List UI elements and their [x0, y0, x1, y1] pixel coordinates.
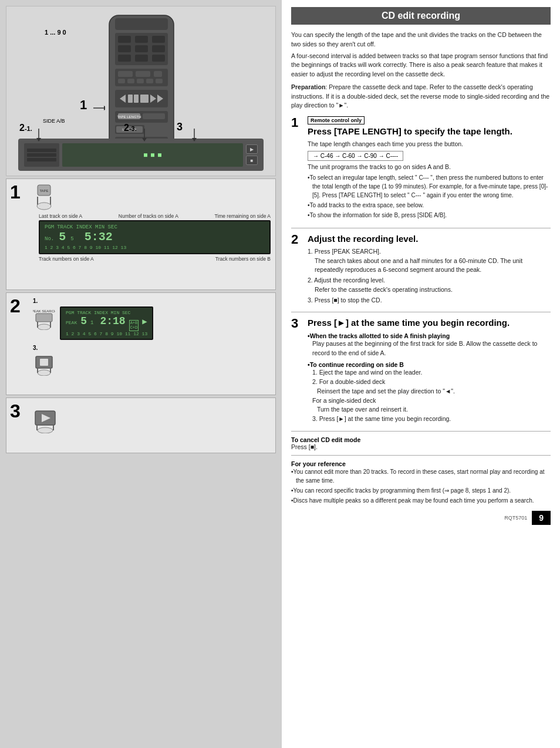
step2-stop-area	[33, 353, 271, 376]
step3-block: 3 Press [►] at the same time you begin r…	[291, 317, 551, 424]
diagram-label-2-1: 2-1.	[19, 123, 32, 133]
step1-right-num: 1	[291, 116, 303, 221]
step2-sub1-label: 1.	[33, 298, 271, 304]
step3-b-5: Turn the tape over and reinsert it.	[308, 405, 551, 415]
divider-4	[291, 455, 551, 456]
intro-para1: You can specify the length of the tape a…	[291, 31, 551, 49]
intro-paragraph: You can specify the length of the tape a…	[291, 31, 551, 110]
lcd-display-1: PGM TRACK INDEX MIN SEC No. 5 5 5:32 1 2…	[39, 220, 271, 254]
svg-rect-25	[140, 95, 149, 103]
svg-rect-6	[118, 45, 131, 52]
display1-no: No.	[45, 236, 54, 242]
divider-2	[291, 312, 551, 312]
arrow-1	[93, 103, 105, 112]
step2-right-num: 2	[291, 233, 303, 305]
time-remaining-label: Time remaining on side A	[214, 213, 271, 219]
svg-rect-15	[154, 71, 162, 77]
step2-sub-0: 1. Press [PEAK SEARCH].	[308, 247, 551, 257]
svg-rect-4	[135, 36, 148, 43]
ref-bullet2: •You can record specific tracks by progr…	[291, 486, 551, 495]
step2-sub3-label: 3.	[33, 345, 271, 351]
svg-point-63	[38, 427, 53, 433]
display1-pgm: PGM	[45, 224, 54, 230]
device-display: ■ ■ ■	[62, 143, 243, 167]
svg-rect-13	[118, 71, 133, 77]
remote-diagram: 1 ... 9 0	[6, 6, 276, 176]
step1-content: Remote control only Press [TAPE LENGTH] …	[308, 116, 551, 221]
cancel-text: Press [■].	[291, 443, 551, 450]
step1-block: 1 Remote control only Press [TAPE LENGTH…	[291, 116, 551, 221]
ref-bullet3: •Discs have multiple peaks so a differen…	[291, 496, 551, 505]
step2-sub-2: 2. Adjust the recording level.	[308, 276, 551, 285]
play-button-icon	[33, 409, 58, 433]
ref-bullet1: •You cannot edit more than 20 tracks. To…	[291, 467, 551, 485]
svg-rect-5	[152, 36, 165, 43]
reference-title: For your reference	[291, 460, 551, 467]
svg-rect-18	[137, 79, 144, 83]
display1-sub5: 5	[70, 236, 73, 242]
right-panel: CD edit recording You can specify the le…	[282, 0, 560, 748]
svg-rect-52	[36, 314, 52, 322]
step3-b-2: 2. For a double-sided deck	[308, 378, 551, 387]
svg-rect-23	[128, 95, 133, 103]
intro-preparation: Preparation: Prepare the cassette deck a…	[291, 83, 551, 110]
display1-track-label: TRACK INDEX MIN SEC	[57, 224, 117, 230]
step2-panel: 2 1. PEAK SEARCH PGM TRACK INDEX MIN SEC…	[6, 292, 276, 395]
lcd-display-2: PGM TRACK INDEX MIN SEC PEAK 5 1 2:18 A+…	[60, 306, 153, 340]
diagram-label-1-9-0: 1 ... 9 0	[45, 29, 66, 36]
page-number: 9	[532, 511, 551, 525]
step3-bullets1: Play pauses at the beginning of the firs…	[308, 339, 551, 358]
svg-rect-14	[136, 71, 150, 77]
step1-bullet1: •To select an irregular tape length, sel…	[308, 173, 551, 200]
num-tracks-label: Number of tracks on side A	[119, 213, 178, 219]
step3-number: 3	[10, 400, 21, 422]
track-nums-a: Track numbers on side A	[39, 256, 94, 262]
peak-search-icon: PEAK SEARCH	[33, 306, 55, 330]
cancel-title: To cancel CD edit mode	[291, 436, 551, 443]
step3-panel: 3	[6, 397, 276, 453]
device-front-panel: ■ ■ ■ ▶ ■	[18, 139, 264, 171]
preparation-label: Preparation	[291, 83, 325, 90]
page-footer: RQT5701 9	[291, 511, 551, 525]
stop-button-icon	[33, 353, 55, 376]
step1-heading: Press [TAPE LENGTH] to specify the tape …	[308, 126, 551, 137]
device-left-controls	[24, 143, 59, 167]
remote-only-label: Remote control only	[308, 116, 365, 124]
step2-number: 2	[10, 295, 21, 317]
diagram-label-3: 3	[177, 121, 183, 133]
svg-rect-31	[143, 113, 165, 119]
svg-rect-19	[146, 79, 153, 83]
step3-continue-b: •To continue recording on side B 1. Ejec…	[308, 361, 551, 424]
last-track-label: Last track on side A	[39, 213, 82, 219]
step2-sub-3: Refer to the cassette deck's operating i…	[308, 285, 551, 295]
diagram-label-2-3: 2-3.	[124, 123, 137, 133]
tape-icon: TAPE	[33, 184, 55, 210]
step1-display-area: Last track on side A Number of tracks on…	[39, 213, 271, 262]
step1-panel: 1 TAPE Last track on side A Number of tr…	[6, 178, 276, 290]
step3-play-area	[33, 409, 271, 433]
cancel-section: To cancel CD edit mode Press [■].	[291, 436, 551, 450]
diagram-step1-label: 1	[80, 97, 87, 113]
display1-indices: 1 2 3 4 5 6 7 8 9 10 11 12 13	[45, 245, 265, 250]
step3-b-6: 3. Press [►] at the same time you begin …	[308, 415, 551, 424]
step2-sub-4: 3. Press [■] to stop the CD.	[308, 296, 551, 305]
svg-rect-9	[118, 55, 131, 62]
step2-peak-area: PEAK SEARCH PGM TRACK INDEX MIN SEC PEAK…	[33, 306, 271, 340]
step2-block: 2 Adjust the recording level. 1. Press […	[291, 233, 551, 305]
svg-rect-57	[40, 359, 48, 366]
page-title: CD edit recording	[291, 7, 551, 25]
display1-track: 5	[59, 230, 66, 244]
svg-rect-20	[156, 79, 163, 83]
arrow-2-1	[33, 129, 45, 141]
divider-1	[291, 228, 551, 228]
step2-sub-1: The search takes about one and a half mi…	[308, 257, 551, 275]
preparation-text: : Prepare the cassette deck and tape. Re…	[291, 83, 549, 109]
step2-heading: Adjust the recording level.	[308, 233, 551, 245]
arrow-3	[188, 129, 200, 141]
svg-point-58	[38, 370, 50, 376]
svg-text:TAPE: TAPE	[39, 189, 48, 193]
rqt-code: RQT5701	[504, 515, 527, 521]
diagram-side-ab: SIDE A/B	[43, 118, 65, 124]
device-right-buttons: ▶ ■	[246, 144, 258, 165]
svg-point-50	[37, 203, 51, 210]
